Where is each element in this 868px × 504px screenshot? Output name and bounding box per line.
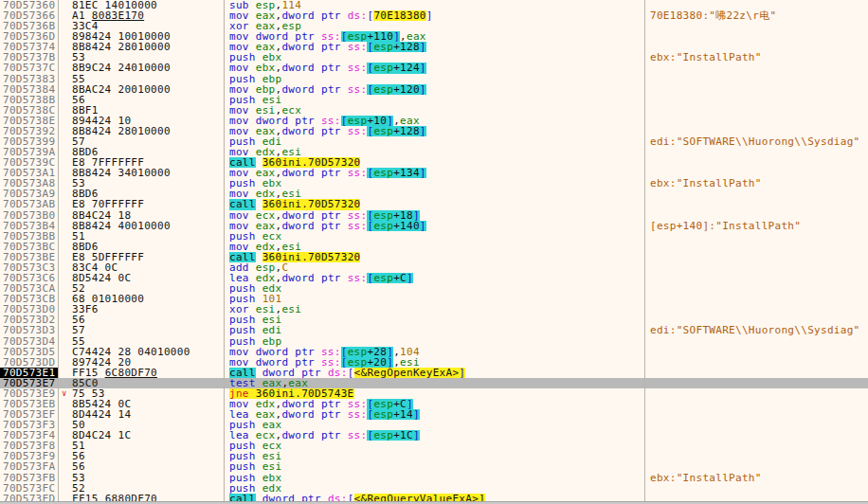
comment-cell[interactable] — [645, 451, 868, 461]
bytes-cell[interactable]: 57 — [59, 136, 225, 147]
address-cell[interactable]: 70D5736D — [0, 31, 59, 42]
bytes-cell[interactable]: 81EC 14010000 — [59, 0, 225, 10]
address-cell[interactable]: 70D573D3 — [0, 325, 59, 335]
disasm-row[interactable]: 70D573CA 52 push edx — [0, 283, 868, 294]
disasm-cell[interactable]: call 360ini.70D57320 — [225, 157, 645, 168]
disasm-row[interactable]: 70D573DD 897424 20 mov dword ptr ss:[esp… — [0, 357, 868, 368]
address-cell[interactable]: 70D5739A — [0, 147, 59, 157]
disasm-row[interactable]: 70D573F4 8D4C24 1C lea ecx,dword ptr ss:… — [0, 430, 868, 441]
disasm-row[interactable]: 70D5736B 33C4 xor eax,esp — [0, 21, 868, 31]
disasm-row[interactable]: 70D573FC 52 push edx — [0, 483, 868, 494]
disasm-row[interactable]: 70D573D4 55 push ebp — [0, 336, 868, 347]
address-cell[interactable]: 70D573C6 — [0, 273, 59, 283]
bytes-cell[interactable]: 897424 20 — [59, 357, 225, 368]
address-cell[interactable]: 70D57366 — [0, 10, 59, 21]
bytes-cell[interactable]: 52 — [59, 283, 225, 294]
bytes-cell[interactable]: 55 — [59, 74, 225, 84]
bytes-cell[interactable]: 83C4 0C — [59, 262, 225, 273]
comment-cell[interactable] — [645, 273, 868, 283]
disasm-row[interactable]: 70D57374 8B8424 28010000 mov eax,dword p… — [0, 42, 868, 52]
comment-cell[interactable] — [645, 189, 868, 199]
comment-cell[interactable]: ebx:"InstallPath" — [645, 473, 868, 483]
comment-cell[interactable] — [645, 399, 868, 409]
disasm-row[interactable]: 70D5737B 53 push ebx ebx:"InstallPath" — [0, 52, 868, 63]
comment-cell[interactable] — [645, 210, 868, 221]
disasm-row[interactable]: 70D573F8 51 push ecx — [0, 441, 868, 451]
disasm-cell[interactable]: xor esi,esi — [225, 304, 645, 315]
disasm-cell[interactable]: xor eax,esp — [225, 21, 645, 31]
address-cell[interactable]: 70D573BE — [0, 252, 59, 262]
disasm-cell[interactable]: call 360ini.70D57320 — [225, 199, 645, 209]
comment-cell[interactable] — [645, 294, 868, 304]
disasm-cell[interactable]: mov dword ptr ss:[esp+28],104 — [225, 347, 645, 357]
disasm-cell[interactable]: push ebp — [225, 74, 645, 84]
disasm-row[interactable]: 70D57399 57 push edi edi:"SOFTWARE\\Huor… — [0, 136, 868, 147]
comment-cell[interactable] — [645, 242, 868, 252]
bytes-cell[interactable]: 8BD6 — [59, 242, 225, 252]
comment-cell[interactable] — [645, 231, 868, 242]
disasm-cell[interactable]: push ecx — [225, 441, 645, 451]
address-cell[interactable]: 70D5737B — [0, 52, 59, 63]
comment-cell[interactable]: [esp+140]:"InstallPath" — [645, 221, 868, 231]
address-cell[interactable]: 70D573BC — [0, 242, 59, 252]
disasm-cell[interactable]: push ebx — [225, 473, 645, 483]
comment-cell[interactable] — [645, 147, 868, 157]
address-cell[interactable]: 70D57392 — [0, 126, 59, 136]
comment-cell[interactable]: edi:"SOFTWARE\\Huorong\\Sysdiag" — [645, 136, 868, 147]
disasm-row[interactable]: 70D573D3 57 push edi edi:"SOFTWARE\\Huor… — [0, 325, 868, 335]
address-cell[interactable]: 70D573FB — [0, 473, 59, 483]
disasm-cell[interactable]: push eax — [225, 420, 645, 430]
disasm-cell[interactable]: mov eax,dword ptr ss:[esp+140] — [225, 221, 645, 231]
address-cell[interactable]: 70D573A8 — [0, 178, 59, 189]
bytes-cell[interactable]: 53 — [59, 52, 225, 63]
disasm-cell[interactable]: mov eax,dword ptr ss:[esp+128] — [225, 126, 645, 136]
bytes-cell[interactable]: 53 — [59, 473, 225, 483]
bytes-cell[interactable]: 8B8424 34010000 — [59, 168, 225, 178]
disasm-row[interactable]: 70D573A1 8B8424 34010000 mov eax,dword p… — [0, 168, 868, 178]
disasm-cell[interactable]: push ecx — [225, 231, 645, 242]
address-cell[interactable]: 70D5736B — [0, 21, 59, 31]
address-cell[interactable]: 70D5738C — [0, 105, 59, 116]
comment-cell[interactable] — [645, 461, 868, 472]
disasm-row[interactable]: 70D5737C 8B9C24 24010000 mov ebx,dword p… — [0, 63, 868, 73]
bytes-cell[interactable]: 57 — [59, 325, 225, 335]
address-cell[interactable]: 70D573C3 — [0, 262, 59, 273]
address-cell[interactable]: 70D5738B — [0, 95, 59, 105]
disasm-cell[interactable]: push ebp — [225, 336, 645, 347]
comment-cell[interactable] — [645, 441, 868, 451]
disasm-cell[interactable]: add esp,C — [225, 262, 645, 273]
comment-cell[interactable] — [645, 262, 868, 273]
address-cell[interactable]: 70D5738E — [0, 116, 59, 126]
disasm-row[interactable]: 70D57360 81EC 14010000 sub esp,114 — [0, 0, 868, 10]
disasm-cell[interactable]: push edi — [225, 136, 645, 147]
comment-cell[interactable] — [645, 199, 868, 209]
disasm-cell[interactable]: push edx — [225, 283, 645, 294]
disasm-cell[interactable]: mov edx,esi — [225, 189, 645, 199]
comment-cell[interactable] — [645, 84, 868, 95]
comment-cell[interactable] — [645, 420, 868, 430]
disasm-row[interactable]: 70D573AB E8 70FFFFFF call 360ini.70D5732… — [0, 199, 868, 209]
bytes-cell[interactable]: A1 8083E170 — [59, 10, 225, 21]
bytes-cell[interactable]: 56 — [59, 451, 225, 461]
address-cell[interactable]: 70D573EF — [0, 409, 59, 420]
comment-cell[interactable] — [645, 430, 868, 441]
bytes-cell[interactable]: C74424 28 04010000 — [59, 347, 225, 357]
address-cell[interactable]: 70D5739C — [0, 157, 59, 168]
comment-cell[interactable] — [645, 31, 868, 42]
address-cell[interactable]: 70D57384 — [0, 84, 59, 95]
bytes-cell[interactable]: 8D4C24 1C — [59, 430, 225, 441]
bytes-cell[interactable]: ∨75 53 — [59, 388, 225, 399]
comment-cell[interactable] — [645, 105, 868, 116]
address-cell[interactable]: 70D573F3 — [0, 420, 59, 430]
disasm-row[interactable]: 70D573BE E8 5DFFFFFF call 360ini.70D5732… — [0, 252, 868, 262]
disasm-row[interactable]: 70D573C6 8D5424 0C lea edx,dword ptr ss:… — [0, 273, 868, 283]
bytes-cell[interactable]: 8D5424 0C — [59, 273, 225, 283]
comment-cell[interactable] — [645, 168, 868, 178]
bytes-cell[interactable]: 53 — [59, 178, 225, 189]
disasm-row[interactable]: 70D573FA 56 push esi — [0, 461, 868, 472]
disasm-row[interactable]: 70D57392 8B8424 28010000 mov eax,dword p… — [0, 126, 868, 136]
bytes-cell[interactable]: 51 — [59, 441, 225, 451]
disasm-row[interactable]: 70D5738C 8BF1 mov esi,ecx — [0, 105, 868, 116]
disasm-cell[interactable]: push ebx — [225, 52, 645, 63]
bytes-cell[interactable]: 55 — [59, 336, 225, 347]
